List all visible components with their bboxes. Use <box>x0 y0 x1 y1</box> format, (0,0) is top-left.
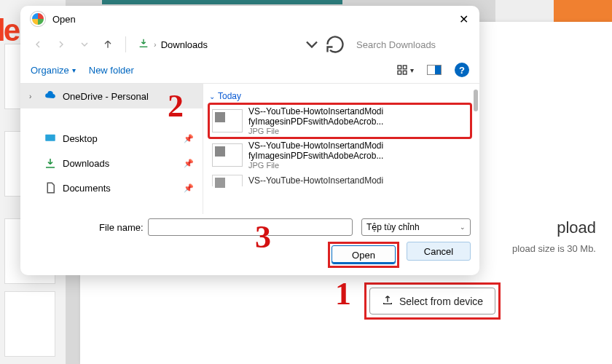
file-type: JPG File <box>248 127 383 135</box>
svg-rect-1 <box>403 66 407 69</box>
tree-item-documents[interactable]: Documents 📌 <box>20 175 203 200</box>
path-chevron-icon: › <box>154 40 157 49</box>
chevron-right-icon: › <box>29 92 38 100</box>
chrome-icon <box>31 12 45 26</box>
filename-input[interactable] <box>148 218 353 236</box>
help-button[interactable]: ? <box>455 63 469 77</box>
cancel-button[interactable]: Cancel <box>407 242 471 261</box>
chevron-down-icon: ▾ <box>410 66 414 74</box>
open-file-dialog: Open ✕ › Downloads Search Downloads Orga… <box>20 6 479 275</box>
svg-rect-2 <box>398 71 401 74</box>
navigation-tree: › OneDrive - Personal Desktop 📌 Download… <box>20 83 203 214</box>
desktop-icon <box>44 132 57 145</box>
downloads-path-icon <box>138 37 149 52</box>
filetype-select[interactable]: Tệp tùy chỉnh ⌄ <box>361 218 471 236</box>
file-thumbnail-icon <box>212 109 243 132</box>
forward-button[interactable] <box>51 34 71 55</box>
file-row[interactable]: VS--YouTube-HowtoInsertandModi <box>209 173 471 189</box>
file-thumbnail-icon <box>212 143 243 167</box>
file-list-pane: ⌄ Today VS--YouTube-HowtoInsertandModi f… <box>203 83 479 214</box>
tree-item-onedrive[interactable]: › OneDrive - Personal <box>20 84 203 108</box>
search-input[interactable]: Search Downloads <box>348 33 472 55</box>
svg-rect-4 <box>45 135 55 141</box>
preview-pane-toggle[interactable] <box>427 65 442 75</box>
chevron-down-icon: ⌄ <box>460 223 466 231</box>
recent-dropdown-button[interactable] <box>74 34 95 55</box>
svg-rect-0 <box>398 66 401 69</box>
organize-label: Organize <box>31 65 69 76</box>
documents-icon <box>44 181 57 194</box>
open-button[interactable]: Open <box>332 245 396 264</box>
group-header-today[interactable]: ⌄ Today <box>209 91 472 101</box>
group-label: Today <box>218 91 241 101</box>
select-from-device-label: Select from device <box>399 296 483 307</box>
close-button[interactable]: ✕ <box>456 12 471 26</box>
tree-item-desktop[interactable]: Desktop 📌 <box>20 126 203 151</box>
select-from-device-button[interactable]: Select from device <box>369 288 495 314</box>
file-row[interactable]: VS--YouTube-HowtoInsertandModi fyImagesi… <box>209 138 471 172</box>
up-button[interactable] <box>98 34 118 55</box>
address-dropdown-button[interactable] <box>302 34 322 55</box>
svg-rect-3 <box>403 71 407 74</box>
address-bar[interactable]: › Downloads <box>133 37 299 52</box>
pin-icon: 📌 <box>184 134 194 143</box>
chevron-down-icon: ⌄ <box>209 92 215 100</box>
back-button[interactable] <box>28 34 48 55</box>
file-name: fyImagesinPDFswithAdobeAcrob... <box>248 151 383 161</box>
pin-icon: 📌 <box>184 159 194 168</box>
view-options-button[interactable]: ▾ <box>396 64 414 76</box>
refresh-button[interactable] <box>325 34 345 55</box>
file-type: JPG File <box>248 161 383 170</box>
chevron-down-icon: ▾ <box>72 66 76 74</box>
tree-item-label: Desktop <box>63 133 98 144</box>
upload-icon <box>382 294 393 308</box>
onedrive-icon <box>44 90 57 103</box>
filename-label: File name: <box>99 222 144 233</box>
file-name: fyImagesinPDFswithAdobeAcrob... <box>248 116 383 127</box>
address-bar-path: Downloads <box>161 39 208 50</box>
tree-item-label: Documents <box>63 183 111 194</box>
tree-item-label: Downloads <box>63 158 109 169</box>
organize-menu[interactable]: Organize ▾ <box>31 65 76 76</box>
background-logo-fragment: le <box>0 13 18 48</box>
tree-item-label: OneDrive - Personal <box>63 91 149 102</box>
scrollbar[interactable] <box>474 90 478 111</box>
upload-heading-fragment: pload <box>557 218 596 237</box>
dialog-title: Open <box>52 14 456 25</box>
pin-icon: 📌 <box>184 183 194 193</box>
title-bar: Open ✕ <box>20 6 479 31</box>
filetype-label: Tệp tùy chỉnh <box>366 222 420 232</box>
annotation-box-step3: Open <box>328 242 399 268</box>
file-thumbnail-icon <box>212 175 243 186</box>
annotation-box-step1: Select from device <box>364 282 501 320</box>
tree-item-downloads[interactable]: Downloads 📌 <box>20 151 203 175</box>
downloads-icon <box>44 157 57 170</box>
new-folder-button[interactable]: New folder <box>89 65 134 76</box>
file-row[interactable]: VS--YouTube-HowtoInsertandModi fyImagesi… <box>209 104 471 138</box>
file-name: VS--YouTube-HowtoInsertandModi <box>248 175 383 186</box>
file-name: VS--YouTube-HowtoInsertandModi <box>248 141 383 151</box>
upload-subtext-fragment: pload size is 30 Mb. <box>512 243 596 254</box>
file-name: VS--YouTube-HowtoInsertandModi <box>248 106 383 116</box>
